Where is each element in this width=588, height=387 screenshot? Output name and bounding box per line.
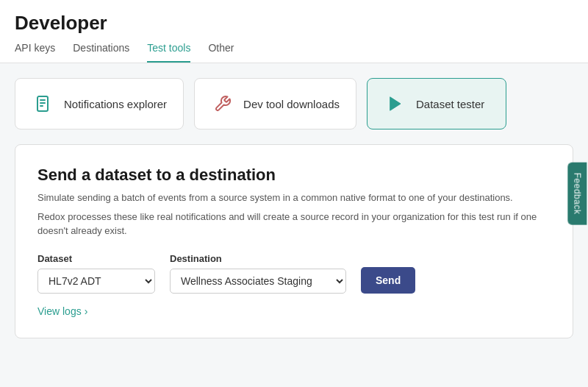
notifications-explorer-label: Notifications explorer: [64, 98, 167, 110]
panel-title: Send a dataset to a destination: [37, 166, 551, 185]
tab-destinations[interactable]: Destinations: [73, 42, 129, 63]
tab-api-keys[interactable]: API keys: [15, 42, 55, 63]
dataset-tester-label: Dataset tester: [416, 98, 484, 110]
form-row: Dataset HL7v2 ADT HL7v2 ORU HL7v2 SIU FH…: [37, 253, 551, 294]
feedback-tab[interactable]: Feedback: [568, 163, 587, 225]
nav-tabs: API keys Destinations Test tools Other: [15, 42, 573, 63]
page-title: Developer: [15, 12, 573, 35]
send-button[interactable]: Send: [361, 267, 415, 294]
destination-select[interactable]: Wellness Associates Staging Associates S…: [170, 269, 346, 294]
dataset-select[interactable]: HL7v2 ADT HL7v2 ORU HL7v2 SIU FHIR R4: [37, 269, 155, 294]
tab-other[interactable]: Other: [208, 42, 234, 63]
chevron-right-icon: ›: [85, 305, 88, 317]
wrench-icon: [211, 92, 234, 116]
tool-cards-row: Notifications explorer Dev tool download…: [15, 78, 573, 129]
destination-form-group: Destination Wellness Associates Staging …: [170, 253, 346, 294]
content-panel: Send a dataset to a destination Simulate…: [15, 144, 573, 338]
document-icon: [32, 92, 55, 116]
tool-card-dev-tool-downloads[interactable]: Dev tool downloads: [194, 78, 356, 129]
tab-test-tools[interactable]: Test tools: [147, 42, 190, 63]
feedback-label: Feedback: [573, 173, 583, 215]
play-icon: [384, 92, 407, 116]
tool-card-dataset-tester[interactable]: Dataset tester: [367, 78, 506, 129]
dev-tool-downloads-label: Dev tool downloads: [243, 98, 340, 110]
tool-card-notifications-explorer[interactable]: Notifications explorer: [15, 78, 184, 129]
panel-desc-1: Simulate sending a batch of events from …: [37, 191, 551, 205]
main-content: Notifications explorer Dev tool download…: [0, 63, 588, 353]
destination-label: Destination: [170, 253, 346, 264]
view-logs-label: View logs: [37, 305, 82, 317]
dataset-form-group: Dataset HL7v2 ADT HL7v2 ORU HL7v2 SIU FH…: [37, 253, 155, 294]
view-logs-link[interactable]: View logs ›: [37, 305, 551, 317]
dataset-label: Dataset: [37, 253, 155, 264]
panel-desc-2: Redox processes these like real notifica…: [37, 210, 551, 238]
svg-marker-4: [390, 97, 401, 110]
page-header: Developer API keys Destinations Test too…: [0, 0, 588, 63]
